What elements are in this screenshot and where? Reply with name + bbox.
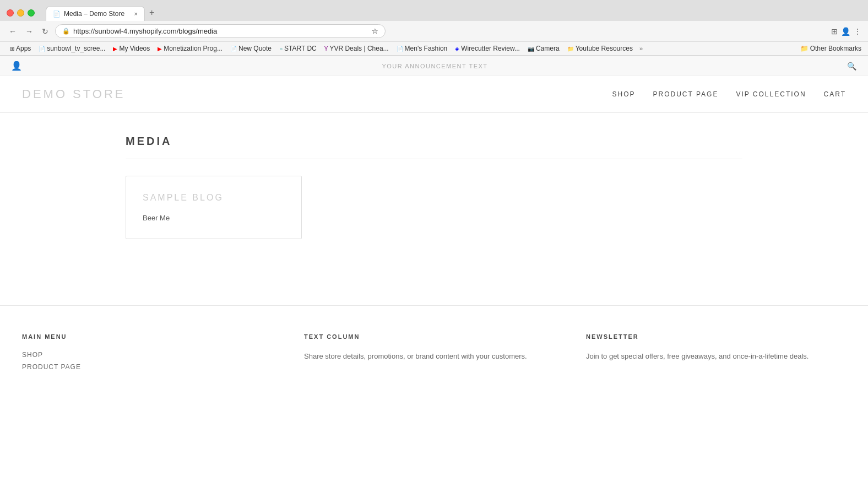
bookmark-wirecutter[interactable]: ◈ Wirecutter Review... <box>452 44 523 53</box>
footer-text-content: Share store details, promotions, or bran… <box>304 351 564 363</box>
tab-close-button[interactable]: × <box>134 10 138 17</box>
monetization-icon: ▶ <box>158 46 162 52</box>
bookmark-yvr[interactable]: Y YVR Deals | Chea... <box>321 44 392 53</box>
bookmark-youtube-resources[interactable]: 📁 Youtube Resources <box>564 44 636 53</box>
footer-heading-mainmenu: MAIN MENU <box>22 333 282 340</box>
extensions-icon[interactable]: ⊞ <box>831 27 838 36</box>
bookmark-sunbowl-label: sunbowl_tv_scree... <box>47 45 105 52</box>
nav-bar: ← → ↻ 🔒 https://sunbowl-4.myshopify.com/… <box>0 21 868 42</box>
nav-shop[interactable]: SHOP <box>612 90 635 98</box>
bookmark-apps-label: Apps <box>16 45 31 52</box>
address-url-prefix: https://sunbowl-4.myshopify.com <box>73 27 177 35</box>
bookmark-mensfashion[interactable]: 📄 Men's Fashion <box>393 44 451 53</box>
blog-card-link[interactable]: Beer Me <box>143 214 170 222</box>
address-bar[interactable]: 🔒 https://sunbowl-4.myshopify.com/blogs/… <box>55 24 386 38</box>
traffic-light-fullscreen[interactable] <box>28 9 35 17</box>
menu-icon[interactable]: ⋮ <box>854 27 861 36</box>
myvideos-icon: ▶ <box>113 46 117 52</box>
bookmark-newquote-label: New Quote <box>238 45 272 52</box>
newquote-icon: 📄 <box>230 46 237 52</box>
footer-nav-shop[interactable]: SHOP <box>22 351 282 359</box>
lock-icon: 🔒 <box>62 28 70 35</box>
footer-newsletter-content: Join to get special offers, free giveawa… <box>586 351 846 363</box>
blog-grid: SAMPLE BLOG Beer Me <box>126 176 742 239</box>
browser-chrome: 📄 Media – Demo Store × + ← → ↻ 🔒 https:/… <box>0 0 868 56</box>
tab-favicon: 📄 <box>53 10 61 18</box>
bookmark-startdc-label: START DC <box>284 45 317 52</box>
bookmark-youtube-resources-label: Youtube Resources <box>576 45 633 52</box>
mensfashion-icon: 📄 <box>397 46 403 52</box>
tab-title: Media – Demo Store <box>64 10 131 18</box>
active-tab[interactable]: 📄 Media – Demo Store × <box>46 6 145 21</box>
search-icon[interactable]: 🔍 <box>847 62 857 71</box>
bookmarks-bar: ⊞ Apps 📄 sunbowl_tv_scree... ▶ My Videos… <box>0 42 868 56</box>
bookmark-yvr-label: YVR Deals | Chea... <box>329 45 388 52</box>
new-tab-button[interactable]: + <box>145 4 159 21</box>
title-bar: 📄 Media – Demo Store × + <box>0 0 868 21</box>
bookmark-apps[interactable]: ⊞ Apps <box>7 44 34 53</box>
user-account-icon[interactable]: 👤 <box>11 61 23 71</box>
footer-column-newsletter: NEWSLETTER Join to get special offers, f… <box>586 333 846 375</box>
announcement-bar: 👤 YOUR ANNOUNCEMENT TEXT 🔍 <box>0 56 868 76</box>
profile-icon[interactable]: 👤 <box>841 27 850 36</box>
footer-grid: MAIN MENU SHOP PRODUCT PAGE TEXT COLUMN … <box>22 333 846 375</box>
bookmark-monetization-label: Monetization Prog... <box>164 45 223 52</box>
other-bookmarks-icon: 📁 <box>800 45 809 52</box>
sunbowl-icon: 📄 <box>39 46 45 52</box>
forward-button[interactable]: → <box>23 26 35 37</box>
blog-card-title: SAMPLE BLOG <box>143 193 285 203</box>
footer-column-text: TEXT COLUMN Share store details, promoti… <box>304 333 564 375</box>
bookmark-myvideos-label: My Videos <box>119 45 150 52</box>
bookmark-wirecutter-label: Wirecutter Review... <box>461 45 520 52</box>
camera-icon: 📷 <box>528 46 534 52</box>
youtube-resources-icon: 📁 <box>567 46 574 52</box>
site-footer: MAIN MENU SHOP PRODUCT PAGE TEXT COLUMN … <box>0 305 868 392</box>
site-nav: SHOP PRODUCT PAGE VIP COLLECTION CART <box>612 90 846 98</box>
bookmark-star[interactable]: ☆ <box>372 27 378 35</box>
site-main: MEDIA SAMPLE BLOG Beer Me <box>104 113 764 261</box>
nav-icons: ⊞ 👤 ⋮ <box>831 27 861 36</box>
reload-button[interactable]: ↻ <box>40 26 51 37</box>
site-logo[interactable]: DEMO STORE <box>22 87 126 101</box>
back-button[interactable]: ← <box>7 26 19 37</box>
page-divider <box>126 159 742 159</box>
address-url-path: /blogs/media <box>177 27 218 35</box>
traffic-lights <box>7 9 35 17</box>
other-bookmarks[interactable]: 📁 Other Bookmarks <box>800 45 861 52</box>
footer-heading-newsletter: NEWSLETTER <box>586 333 846 340</box>
footer-nav-product-page[interactable]: PRODUCT PAGE <box>22 363 282 371</box>
apps-icon: ⊞ <box>10 46 14 52</box>
tabs-bar: 📄 Media – Demo Store × + <box>46 4 159 21</box>
traffic-light-minimize[interactable] <box>17 9 24 17</box>
page-title: MEDIA <box>126 135 742 148</box>
announcement-text: YOUR ANNOUNCEMENT TEXT <box>23 63 847 69</box>
site-content: 👤 YOUR ANNOUNCEMENT TEXT 🔍 DEMO STORE SH… <box>0 56 868 392</box>
blog-card[interactable]: SAMPLE BLOG Beer Me <box>126 176 302 239</box>
yvr-icon: Y <box>324 46 328 52</box>
bookmark-newquote[interactable]: 📄 New Quote <box>227 44 275 53</box>
footer-column-mainmenu: MAIN MENU SHOP PRODUCT PAGE <box>22 333 282 375</box>
bookmark-camera-label: Camera <box>536 45 560 52</box>
site-header: DEMO STORE SHOP PRODUCT PAGE VIP COLLECT… <box>0 76 868 113</box>
bookmark-camera[interactable]: 📷 Camera <box>524 44 563 53</box>
nav-vip-collection[interactable]: VIP COLLECTION <box>736 90 806 98</box>
bookmark-myvideos[interactable]: ▶ My Videos <box>110 44 153 53</box>
bookmark-monetization[interactable]: ▶ Monetization Prog... <box>154 44 226 53</box>
other-bookmarks-label: Other Bookmarks <box>810 45 861 52</box>
startdc-icon: ○ <box>279 46 283 52</box>
bookmark-startdc[interactable]: ○ START DC <box>276 44 320 53</box>
bookmark-sunbowl[interactable]: 📄 sunbowl_tv_scree... <box>35 44 109 53</box>
wirecutter-icon: ◈ <box>455 46 459 52</box>
bookmark-mensfashion-label: Men's Fashion <box>405 45 448 52</box>
nav-cart[interactable]: CART <box>824 90 846 98</box>
footer-heading-text: TEXT COLUMN <box>304 333 564 340</box>
nav-product-page[interactable]: PRODUCT PAGE <box>653 90 719 98</box>
more-bookmarks-button[interactable]: » <box>637 44 645 53</box>
address-text: https://sunbowl-4.myshopify.com/blogs/me… <box>73 27 368 35</box>
traffic-light-close[interactable] <box>7 9 14 17</box>
